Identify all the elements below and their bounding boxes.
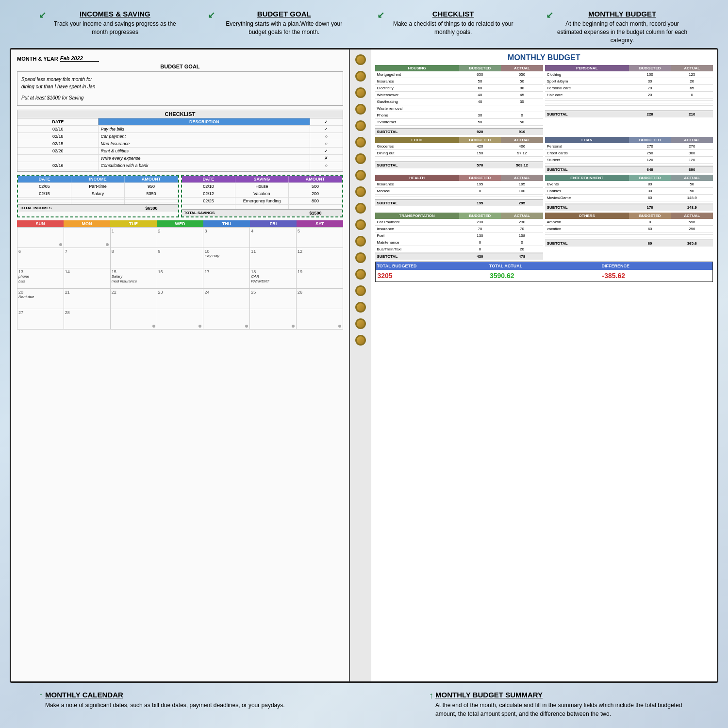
calendar-cell: 11 — [250, 248, 297, 268]
entertainment-cat: ENTERTAINMENT — [545, 175, 629, 181]
budget-row: Gas/heating 40 35 — [375, 99, 543, 105]
cl-check-cell: ✓ — [310, 148, 343, 154]
calendar-cell: 23 — [157, 289, 204, 309]
checklist-row: 02/15 Mad Insurance ○ — [17, 140, 343, 147]
entertainment-actual-header: ACTUAL — [671, 175, 713, 181]
others-subtotal: SUBTOTAL 60 365.6 — [545, 240, 713, 247]
calendar-cell: 15 Salarymad insurance — [111, 268, 157, 289]
budget-row: Clothing 100 125 — [545, 71, 713, 78]
spiral-ring — [355, 269, 366, 280]
calendar-cell: 19 — [297, 268, 343, 289]
others-section: OTHERS BUDGETED ACTUAL Amazon 0 596 vaca… — [545, 213, 713, 260]
budget-goal-title-top: BUDGET GOAL — [217, 10, 351, 18]
cl-desc-cell: Car payment — [99, 133, 310, 140]
personal-budgeted-header: BUDGETED — [629, 65, 671, 71]
budget-goal-text-top: Everything starts with a plan.Write down… — [217, 20, 351, 36]
cl-desc-cell: Pay the bills — [99, 126, 310, 132]
health-sub-budgeted: 195 — [459, 200, 501, 206]
cal-thu: THU — [203, 220, 250, 227]
month-year-label: MONTH & YEAR — [17, 56, 58, 62]
saving-total-value: $1500 — [289, 210, 342, 216]
loan-actual-header: ACTUAL — [671, 137, 713, 143]
bottom-labels: ↑ MONTHLY CALENDAR Make a note of signif… — [10, 687, 718, 718]
budget-row: vacation 60 296 — [545, 226, 713, 232]
calendar-cell: 8 — [111, 248, 157, 268]
transportation-cat: TRANSPORTATION — [375, 213, 459, 219]
loan-subtotal: SUBTOTAL 640 690 — [545, 166, 713, 173]
calendar-grid: 1 2 3 4 5 6 — [17, 227, 343, 330]
others-sub-actual: 365.6 — [671, 240, 713, 247]
cl-desc-cell: Write every expense — [99, 155, 310, 162]
budget-row: Movies/Game 60 148.9 — [545, 195, 713, 201]
arrow-incomes: ↙ — [39, 10, 46, 20]
budget-summary: TOTAL BUDGETED 3205 TOTAL ACTUAL 3590.62… — [375, 262, 713, 282]
budget-row: Events 80 50 — [545, 181, 713, 188]
transportation-actual-header: ACTUAL — [501, 213, 543, 219]
spiral-ring — [355, 104, 366, 115]
others-cat: OTHERS — [545, 213, 629, 219]
housing-cat: HOUSING — [375, 65, 459, 71]
entertainment-subtotal: SUBTOTAL 170 148.9 — [545, 204, 713, 211]
loan-rows: Personal 270 270 Credit cards 250 300 St… — [545, 143, 713, 166]
budget-row: Student 120 120 — [545, 157, 713, 164]
spiral-ring — [355, 318, 366, 329]
income-row: 02/15 Salary 5350 — [18, 190, 178, 197]
budget-row: Bus/Train/Taxi 0 20 — [375, 246, 543, 253]
calendar-cell: 1 — [111, 228, 157, 248]
spiral-binding — [350, 50, 371, 681]
budget-row: Waste removal — [375, 105, 543, 112]
income-header: DATE INCOME AMOUNT — [18, 176, 178, 182]
cl-date-cell: 02/20 — [17, 148, 99, 154]
spiral-ring — [355, 219, 366, 230]
calendar-cell: 3 — [203, 228, 250, 248]
arrow-monthly-budget: ↙ — [546, 10, 553, 20]
difference-value: -385.62 — [600, 270, 712, 281]
budget-row: Maintenance 0 0 — [375, 239, 543, 246]
others-actual-header: ACTUAL — [671, 213, 713, 219]
cal-mon: MON — [64, 220, 110, 227]
monthly-calendar-title: MONTHLY CALENDAR — [45, 691, 285, 699]
arrow-checklist: ↙ — [377, 10, 384, 20]
total-budgeted-value: 3205 — [376, 270, 488, 281]
cl-desc-cell: Consultation with a bank — [99, 162, 310, 169]
calendar-cell: 17 — [203, 268, 250, 289]
cal-wed: WED — [157, 220, 203, 227]
transportation-rows: Car Payment 230 230 Insurance 70 70 Fuel… — [375, 219, 543, 253]
monthly-budget-heading: MONTHLY BUDGET — [375, 53, 713, 62]
checklist-row: 02/18 Car payment ○ — [17, 132, 343, 140]
income-amount-header: AMOUNT — [125, 176, 178, 182]
health-subtotal: SUBTOTAL 195 295 — [375, 199, 543, 206]
budget-row: Dining out 150 97.12 — [375, 150, 543, 157]
income-table: DATE INCOME AMOUNT 02/05 Part-time 950 0… — [17, 175, 179, 217]
cl-check-header: ✓ — [310, 118, 343, 125]
entertainment-budgeted-header: BUDGETED — [629, 175, 671, 181]
calendar-cell — [157, 309, 204, 330]
checklist-row: 02/16 Consultation with a bank ○ — [17, 162, 343, 169]
transportation-sub-budgeted: 430 — [459, 253, 501, 260]
calendar-cell: 14 — [64, 268, 111, 289]
personal-actual-header: ACTUAL — [671, 65, 713, 71]
entertainment-rows: Events 80 50 Hobbies 30 50 Movies/Game 6… — [545, 181, 713, 204]
housing-budgeted-header: BUDGETED — [459, 65, 501, 71]
cl-date-header: DATE — [17, 118, 99, 125]
housing-rows: Mortgage/rent 650 650 Insurance 50 50 El… — [375, 71, 543, 128]
transportation-subtotal: SUBTOTAL 430 478 — [375, 253, 543, 260]
month-year-value[interactable]: Feb 2022 — [60, 55, 99, 62]
budget-row: Insurance 195 195 — [375, 181, 543, 188]
entertainment-sub-budgeted: 170 — [629, 204, 671, 211]
calendar-cell — [203, 309, 250, 330]
spiral-ring — [355, 335, 366, 346]
budget-row: Hair care 20 0 — [545, 92, 713, 99]
monthly-budget-summary-text: At the end of the month, calculate and f… — [435, 701, 689, 718]
personal-sub-budgeted: 220 — [629, 111, 671, 117]
checklist-income-area: CHECKLIST DATE DESCRIPTION ✓ 02/10 Pay t… — [17, 108, 343, 172]
personal-sub-actual: 210 — [671, 111, 713, 117]
income-rows: 02/05 Part-time 950 02/15 Salary 5350 — [18, 182, 178, 204]
label-monthly-budget: ↙ MONTHLY BUDGET At the beginning of eac… — [546, 10, 689, 44]
saving-header: DATE SAVING AMOUNT — [182, 176, 342, 182]
budget-row: Water/sewer 40 45 — [375, 92, 543, 99]
budget-row: Fuel 130 158 — [375, 232, 543, 239]
budget-row: Insurance 50 50 — [375, 78, 543, 85]
label-monthly-calendar: ↑ MONTHLY CALENDAR Make a note of signif… — [39, 691, 299, 718]
saving-total-label: TOTAL SAVINGS — [182, 210, 289, 216]
